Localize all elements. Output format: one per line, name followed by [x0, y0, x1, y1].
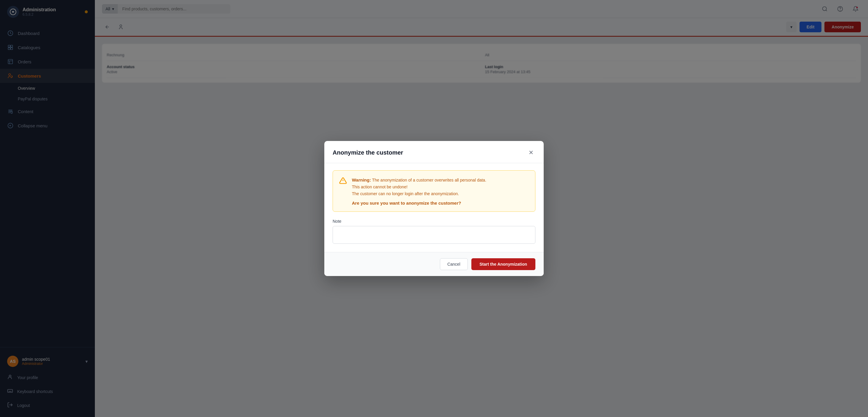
warning-triangle-icon — [339, 176, 347, 185]
modal-footer: Cancel Start the Anonymization — [324, 252, 544, 276]
warning-bold: Warning: — [352, 177, 371, 182]
modal-header: Anonymize the customer ✕ — [324, 141, 544, 163]
warning-box: Warning: The anonymization of a customer… — [333, 170, 535, 212]
warning-line3: The customer can no longer login after t… — [352, 190, 529, 197]
warning-line1: Warning: The anonymization of a customer… — [352, 176, 529, 184]
start-anonymization-button[interactable]: Start the Anonymization — [471, 258, 536, 270]
modal-title: Anonymize the customer — [333, 149, 403, 156]
cancel-button[interactable]: Cancel — [440, 258, 468, 270]
note-label: Note — [333, 219, 535, 223]
note-input[interactable] — [333, 226, 535, 244]
modal-anonymize: Anonymize the customer ✕ Warning: The an — [324, 141, 544, 276]
modal-body: Warning: The anonymization of a customer… — [324, 163, 544, 252]
modal-overlay[interactable]: Anonymize the customer ✕ Warning: The an — [0, 0, 868, 417]
warning-text-line1: The anonymization of a customer overwrit… — [372, 178, 486, 182]
warning-question: Are you sure you want to anonymize the c… — [352, 201, 529, 206]
modal-close-button[interactable]: ✕ — [526, 148, 535, 157]
warning-text: Warning: The anonymization of a customer… — [352, 176, 529, 206]
warning-line2: This action cannot be undone! — [352, 184, 529, 190]
